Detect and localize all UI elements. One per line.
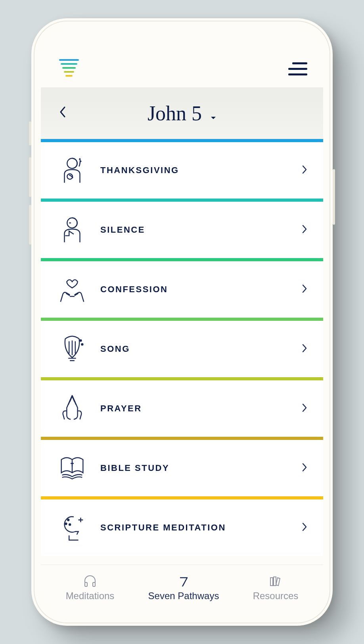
nav-label: Seven Pathways [148, 590, 219, 602]
pathway-item-song[interactable]: SONG [41, 318, 323, 377]
pathway-label: BIBLE STUDY [100, 463, 302, 473]
caret-down-icon [210, 102, 216, 125]
pathways-list: THANKSGIVINGSILENCECONFESSIONSONGPRAYERB… [41, 139, 323, 565]
nav-seven[interactable]: Seven Pathways [148, 575, 219, 602]
svg-point-14 [67, 519, 69, 521]
app-screen: John 5 THANKSGIVINGSILENCECONFESSIONSONG… [41, 28, 323, 616]
chevron-right-icon [302, 283, 307, 296]
pathway-item-scripture-meditation[interactable]: SCRIPTURE MEDITATION [41, 496, 323, 556]
chevron-right-icon [302, 223, 307, 237]
pathway-item-thanksgiving[interactable]: THANKSGIVING [41, 139, 323, 199]
title-bar: John 5 [41, 87, 323, 139]
pathway-label: SONG [100, 344, 302, 354]
svg-rect-18 [93, 582, 95, 586]
pathway-label: THANKSGIVING [100, 165, 302, 175]
nav-label: Meditations [66, 590, 115, 602]
scripture-meditation-icon [57, 512, 88, 543]
bible-study-icon [57, 453, 88, 484]
books-icon [269, 575, 282, 588]
svg-point-12 [81, 343, 83, 345]
menu-button[interactable] [288, 62, 307, 77]
chevron-right-icon [302, 402, 307, 415]
pathway-label: PRAYER [100, 403, 302, 414]
back-button[interactable] [57, 106, 69, 121]
svg-point-15 [65, 523, 67, 524]
nav-label: Resources [253, 590, 299, 602]
nav-books[interactable]: Resources [253, 575, 299, 602]
chevron-right-icon [302, 521, 307, 534]
pathway-item-bible-study[interactable]: BIBLE STUDY [41, 437, 323, 496]
nav-headphones[interactable]: Meditations [66, 575, 115, 602]
bottom-nav: MeditationsSeven PathwaysResources [41, 565, 323, 616]
pathway-label: SCRIPTURE MEDITATION [100, 523, 302, 533]
pathway-item-prayer[interactable]: PRAYER [41, 377, 323, 437]
page-title-dropdown[interactable]: John 5 [69, 102, 295, 125]
svg-rect-17 [85, 582, 87, 586]
headphones-icon [83, 575, 97, 588]
pathway-label: CONFESSION [100, 284, 302, 295]
phone-mockup: John 5 THANKSGIVINGSILENCECONFESSIONSONG… [31, 18, 333, 626]
chevron-right-icon [302, 461, 307, 475]
pathway-item-silence[interactable]: SILENCE [41, 199, 323, 258]
pathway-label: SILENCE [100, 225, 302, 235]
seven-icon [177, 575, 190, 588]
svg-rect-19 [270, 578, 273, 586]
top-bar [41, 28, 323, 87]
chevron-right-icon [302, 164, 307, 177]
confession-icon [57, 274, 88, 305]
page-title: John 5 [148, 102, 202, 125]
svg-point-11 [80, 340, 82, 341]
thanksgiving-icon [57, 155, 88, 186]
svg-rect-20 [274, 577, 276, 586]
silence-icon [57, 214, 88, 245]
prayer-icon [57, 393, 88, 424]
pathway-item-confession[interactable]: CONFESSION [41, 258, 323, 318]
song-icon [57, 334, 88, 364]
svg-point-16 [69, 524, 71, 525]
chevron-right-icon [302, 342, 307, 356]
app-logo-icon[interactable] [57, 58, 80, 81]
